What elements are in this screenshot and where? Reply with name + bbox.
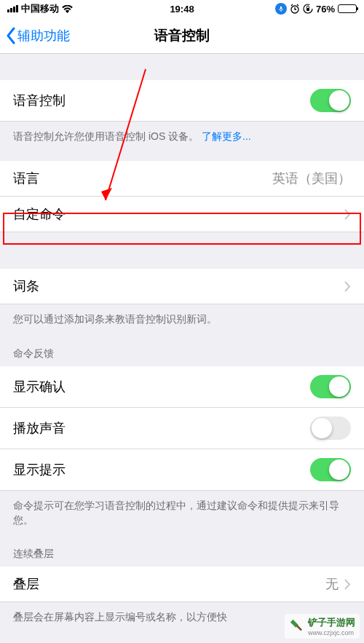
page-title: 语音控制 (154, 26, 210, 45)
voice-control-row[interactable]: 语音控制 (0, 80, 364, 122)
svg-rect-0 (280, 7, 282, 9)
chevron-right-icon (344, 579, 351, 590)
rotation-lock-icon (303, 4, 313, 14)
feedback-header: 命令反馈 (0, 334, 364, 366)
vocab-note: 您可以通过添加词条来教语音控制识别新词。 (0, 304, 364, 334)
status-left: 中国移动 (7, 2, 73, 15)
play-sound-row[interactable]: 播放声音 (0, 408, 364, 449)
chevron-right-icon (344, 281, 351, 292)
show-hints-row[interactable]: 显示提示 (0, 449, 364, 491)
learn-more-link[interactable]: 了解更多... (202, 130, 251, 142)
nav-bar: 辅助功能 语音控制 (0, 17, 364, 54)
show-hints-toggle[interactable] (310, 458, 351, 481)
watermark: 铲子手游网 www.czjxjc.com (285, 614, 360, 639)
vocab-row[interactable]: 词条 (0, 269, 364, 304)
status-right: 76% (275, 3, 357, 15)
overlay-header: 连续叠层 (0, 534, 364, 567)
show-confirm-row[interactable]: 显示确认 (0, 366, 364, 408)
voice-control-indicator-icon (275, 3, 287, 15)
wifi-icon (62, 5, 73, 13)
back-button[interactable]: 辅助功能 (6, 27, 70, 44)
signal-icon (7, 5, 18, 12)
alarm-icon (290, 4, 300, 14)
overlay-label: 叠层 (13, 575, 39, 593)
hints-note: 命令提示可在您学习语音控制的过程中，通过建议命令和提供提示来引导您。 (0, 491, 364, 535)
carrier-label: 中国移动 (21, 2, 59, 15)
language-value: 英语（美国） (272, 170, 351, 187)
language-row[interactable]: 语言 英语（美国） (0, 161, 364, 197)
show-hints-label: 显示提示 (13, 461, 66, 478)
status-time: 19:48 (170, 4, 194, 15)
chevron-right-icon (344, 209, 351, 220)
voice-control-label: 语音控制 (13, 92, 66, 109)
show-confirm-label: 显示确认 (13, 378, 66, 395)
watermark-brand: 铲子手游网 (308, 617, 355, 628)
status-bar: 中国移动 19:48 76% (0, 0, 364, 17)
svg-rect-3 (306, 8, 309, 11)
show-confirm-toggle[interactable] (310, 375, 351, 398)
chevron-left-icon (6, 27, 16, 44)
back-label: 辅助功能 (17, 27, 70, 44)
language-label: 语言 (13, 170, 39, 187)
custom-commands-label: 自定命令 (13, 205, 66, 223)
vocab-label: 词条 (13, 277, 39, 295)
voice-control-toggle[interactable] (310, 89, 351, 112)
play-sound-label: 播放声音 (13, 419, 66, 437)
voice-control-note: 语音控制允许您使用语音控制 iOS 设备。 了解更多... (0, 122, 364, 151)
battery-icon (338, 4, 357, 13)
overlay-value: 无 (325, 575, 339, 593)
shovel-logo-icon (289, 618, 305, 634)
watermark-url: www.czjxjc.com (308, 629, 355, 636)
play-sound-toggle[interactable] (310, 417, 351, 440)
overlay-row[interactable]: 叠层 无 (0, 567, 364, 602)
custom-commands-row[interactable]: 自定命令 (0, 197, 364, 232)
battery-percent: 76% (316, 4, 335, 15)
svg-rect-6 (296, 625, 302, 631)
